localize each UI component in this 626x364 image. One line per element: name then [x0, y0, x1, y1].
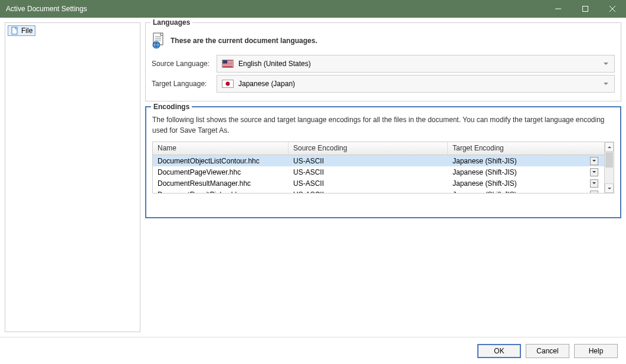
- ok-button[interactable]: OK: [477, 344, 521, 358]
- cell-source-encoding: US-ASCII: [289, 156, 448, 166]
- cancel-button[interactable]: Cancel: [526, 344, 569, 358]
- languages-description: These are the current document languages…: [171, 37, 317, 45]
- cell-source-encoding: US-ASCII: [289, 179, 448, 188]
- cell-name: DocumentPageViewer.hhc: [153, 168, 289, 177]
- source-language-select[interactable]: English (United States): [217, 55, 615, 73]
- source-language-row: Source Language: English (United States): [152, 55, 615, 73]
- scroll-up-button[interactable]: [605, 142, 614, 152]
- tree-item-label: File: [21, 27, 32, 35]
- titlebar: Active Document Settings: [0, 0, 626, 18]
- languages-description-row: These are the current document languages…: [152, 32, 615, 49]
- dialog-footer: OK Cancel Help: [0, 337, 626, 364]
- column-header-target[interactable]: Target Encoding: [448, 142, 604, 155]
- cell-source-encoding: US-ASCII: [289, 168, 448, 177]
- target-language-value: Japanese (Japan): [238, 80, 295, 88]
- languages-group-title: Languages: [150, 18, 192, 27]
- column-header-source[interactable]: Source Encoding: [289, 142, 448, 155]
- encodings-group: Encodings The following list shows the s…: [145, 106, 621, 218]
- cell-target-encoding: Japanese (Shift-JIS): [448, 179, 604, 188]
- cell-target-encoding: Japanese (Shift-JIS): [448, 168, 604, 177]
- maximize-button[interactable]: [572, 0, 599, 18]
- cell-name: DocumentResultPicker.hhc: [153, 190, 289, 194]
- cell-name: DocumentResultManager.hhc: [153, 179, 289, 188]
- source-language-label: Source Language:: [152, 60, 211, 68]
- scroll-track[interactable]: [605, 168, 614, 183]
- scroll-thumb[interactable]: [605, 152, 613, 168]
- close-button[interactable]: [599, 0, 626, 18]
- svg-point-21: [226, 82, 230, 86]
- window-title: Active Document Settings: [6, 5, 87, 13]
- svg-rect-4: [12, 27, 17, 34]
- content-area: File Languages These are the current doc…: [0, 18, 626, 337]
- window-controls: [545, 0, 626, 18]
- file-icon: [11, 27, 19, 35]
- table-row[interactable]: DocumentObjectListContour.hhcUS-ASCIIJap…: [153, 155, 604, 166]
- svg-rect-18: [222, 65, 232, 66]
- svg-rect-17: [222, 65, 232, 65]
- svg-rect-19: [222, 60, 227, 64]
- svg-rect-16: [222, 64, 232, 64]
- right-panel: Languages These are the current document…: [145, 22, 621, 332]
- encodings-group-title: Encodings: [151, 103, 192, 111]
- table-row[interactable]: DocumentResultManager.hhcUS-ASCIIJapanes…: [153, 178, 604, 189]
- cell-target-encoding: Japanese (Shift-JIS): [448, 190, 604, 194]
- cell-target-encoding: Japanese (Shift-JIS): [448, 156, 604, 166]
- table-header: Name Source Encoding Target Encoding: [153, 142, 604, 155]
- target-language-row: Target Language: Japanese (Japan): [152, 75, 615, 93]
- document-globe-icon: [152, 32, 166, 49]
- minimize-button[interactable]: [545, 0, 572, 18]
- target-encoding-dropdown-button[interactable]: [590, 191, 598, 194]
- encodings-description: The following list shows the source and …: [152, 114, 614, 136]
- column-header-name[interactable]: Name: [153, 142, 289, 155]
- target-encoding-dropdown-button[interactable]: [590, 157, 598, 165]
- source-language-value: English (United States): [238, 60, 311, 68]
- table-body: DocumentObjectListContour.hhcUS-ASCIIJap…: [153, 155, 604, 193]
- flag-us-icon: [222, 60, 234, 68]
- scroll-down-button[interactable]: [605, 183, 614, 193]
- table-scrollbar[interactable]: [604, 142, 614, 193]
- cell-name: DocumentObjectListContour.hhc: [153, 156, 289, 166]
- svg-rect-1: [583, 6, 588, 12]
- help-button[interactable]: Help: [574, 344, 618, 358]
- encodings-table: Name Source Encoding Target Encoding Doc…: [152, 142, 614, 194]
- target-encoding-dropdown-button[interactable]: [590, 168, 598, 176]
- flag-jp-icon: [222, 80, 234, 88]
- languages-group: Languages These are the current document…: [145, 22, 621, 101]
- target-language-label: Target Language:: [152, 80, 211, 88]
- tree-item-file[interactable]: File: [8, 25, 35, 36]
- table-row[interactable]: DocumentPageViewer.hhcUS-ASCIIJapanese (…: [153, 166, 604, 178]
- target-language-select[interactable]: Japanese (Japan): [217, 75, 615, 93]
- left-tree-panel: File: [5, 22, 140, 332]
- table-row[interactable]: DocumentResultPicker.hhcUS-ASCIIJapanese…: [153, 189, 604, 193]
- target-encoding-dropdown-button[interactable]: [590, 179, 598, 188]
- cell-source-encoding: US-ASCII: [289, 190, 448, 194]
